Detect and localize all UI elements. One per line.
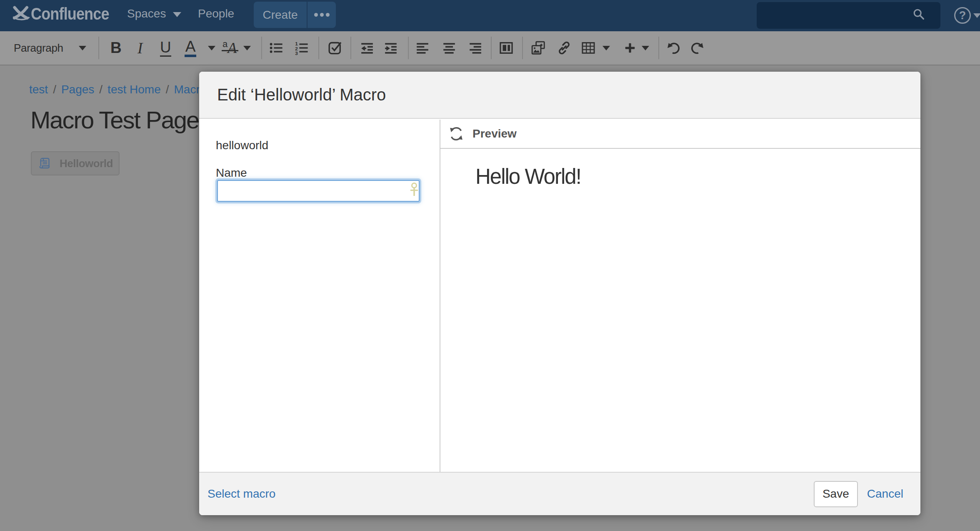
- ellipsis-dot: [326, 13, 330, 17]
- link-icon: [556, 40, 572, 56]
- toolbar-separator: [408, 37, 409, 59]
- breadcrumb-separator: /: [99, 83, 102, 96]
- more-format-glyphs: aA: [222, 39, 237, 57]
- insert-table-caret[interactable]: [602, 31, 610, 65]
- nav-people[interactable]: People: [198, 0, 234, 28]
- macro-placeholder-label: Helloworld: [60, 157, 113, 170]
- align-right-button[interactable]: [468, 31, 482, 65]
- undo-button[interactable]: [667, 31, 682, 65]
- breadcrumb-home[interactable]: test Home: [108, 83, 161, 96]
- dialog-body: helloworld Name Preview Hello World!: [199, 120, 920, 472]
- toolbar-separator: [350, 37, 351, 59]
- preview-label: Preview: [472, 127, 517, 140]
- insert-files-button[interactable]: [530, 31, 546, 65]
- select-macro-link[interactable]: Select macro: [208, 487, 275, 501]
- breadcrumb-separator: /: [166, 83, 169, 96]
- helloworld-macro-placeholder[interactable]: Helloworld: [31, 151, 120, 175]
- underline-button[interactable]: U: [160, 31, 171, 65]
- insert-link-button[interactable]: [556, 31, 572, 65]
- toolbar-separator: [98, 37, 99, 59]
- indent-button[interactable]: [384, 31, 398, 65]
- macro-name-text: helloworld: [216, 139, 268, 152]
- align-center-button[interactable]: [442, 31, 456, 65]
- refresh-icon[interactable]: [449, 127, 463, 141]
- align-left-icon: [415, 41, 430, 55]
- toolbar-separator: [261, 37, 262, 59]
- paragraph-dropdown-caret[interactable]: [79, 31, 86, 65]
- create-button[interactable]: Create: [254, 2, 307, 28]
- chevron-down-icon: [642, 46, 649, 50]
- plus-icon: [624, 42, 636, 54]
- outdent-icon: [360, 41, 374, 55]
- confluence-logo[interactable]: Confluence: [12, 0, 120, 28]
- logo-wordmark: Confluence: [31, 4, 109, 24]
- bullet-list-icon: [269, 40, 284, 55]
- redo-icon: [689, 40, 704, 55]
- chevron-down-icon: [79, 46, 86, 50]
- create-more-button[interactable]: [308, 2, 336, 28]
- text-color-caret[interactable]: [208, 31, 215, 65]
- breadcrumb-space[interactable]: test: [29, 83, 48, 96]
- top-navbar: Confluence Spaces People Create ?: [0, 0, 980, 31]
- name-input[interactable]: [217, 180, 420, 202]
- underline-label: U: [160, 40, 171, 57]
- question-mark-icon: ?: [959, 9, 966, 22]
- task-checkbox-icon: [328, 40, 343, 56]
- bullet-list-button[interactable]: [269, 31, 284, 65]
- insert-files-icon: [530, 40, 546, 56]
- search-icon[interactable]: [912, 8, 925, 20]
- numbered-list-icon: 1 2 3: [294, 40, 309, 55]
- insert-more-button[interactable]: [624, 31, 636, 65]
- ellipsis-dot: [320, 13, 324, 17]
- more-format-main: A: [228, 39, 237, 57]
- dialog-title: Edit ‘Helloworld’ Macro: [217, 85, 386, 104]
- nav-spaces-label: Spaces: [127, 7, 166, 20]
- chevron-down-icon[interactable]: [973, 13, 980, 18]
- toolbar-separator: [658, 37, 659, 59]
- italic-button[interactable]: I: [138, 31, 142, 65]
- more-formatting-caret[interactable]: [243, 31, 251, 65]
- task-list-button[interactable]: [328, 31, 343, 65]
- table-icon: [581, 40, 596, 55]
- insert-more-caret[interactable]: [642, 31, 649, 65]
- page-layout-button[interactable]: [499, 31, 514, 65]
- paragraph-label: Paragraph: [14, 42, 63, 55]
- preview-content: Hello World!: [475, 164, 581, 189]
- help-button[interactable]: ?: [954, 7, 971, 24]
- chevron-down-icon: [602, 46, 610, 50]
- cancel-link[interactable]: Cancel: [867, 487, 903, 501]
- page-title: Macro Test Page: [30, 105, 199, 135]
- outdent-button[interactable]: [360, 31, 374, 65]
- align-left-button[interactable]: [415, 31, 430, 65]
- align-center-icon: [442, 41, 456, 55]
- page-layout-icon: [499, 40, 514, 55]
- breadcrumb-separator: /: [53, 83, 56, 96]
- bold-button[interactable]: B: [110, 31, 122, 65]
- bold-label: B: [110, 39, 122, 57]
- confluence-logo-icon: [12, 5, 30, 23]
- color-swatch: [185, 55, 196, 57]
- macro-form-panel: helloworld Name: [199, 120, 440, 472]
- save-button[interactable]: Save: [814, 481, 858, 507]
- align-right-icon: [468, 41, 482, 55]
- dialog-footer: Select macro Save Cancel: [199, 472, 920, 515]
- more-format-sup: a: [222, 39, 228, 50]
- toolbar-separator: [491, 37, 492, 59]
- toolbar-separator: [522, 37, 523, 59]
- chevron-down-icon: [208, 46, 215, 50]
- chevron-down-icon: [173, 12, 181, 17]
- nav-spaces[interactable]: Spaces: [127, 0, 181, 28]
- redo-button[interactable]: [689, 31, 704, 65]
- macro-edit-dialog: Edit ‘Helloworld’ Macro helloworld Name: [199, 72, 920, 515]
- breadcrumb-pages[interactable]: Pages: [61, 83, 94, 96]
- macro-scroll-icon: [38, 156, 52, 170]
- insert-table-button[interactable]: [581, 31, 596, 65]
- text-color-label: A: [185, 39, 196, 54]
- editor-toolbar: Paragraph B I U A aA 1 2 3: [0, 31, 980, 65]
- paragraph-style-dropdown[interactable]: Paragraph: [14, 31, 63, 65]
- more-formatting-button[interactable]: aA: [222, 31, 237, 65]
- text-color-button[interactable]: A: [185, 31, 196, 65]
- svg-text:3: 3: [295, 50, 298, 55]
- numbered-list-button[interactable]: 1 2 3: [294, 31, 309, 65]
- nav-people-label: People: [198, 7, 234, 20]
